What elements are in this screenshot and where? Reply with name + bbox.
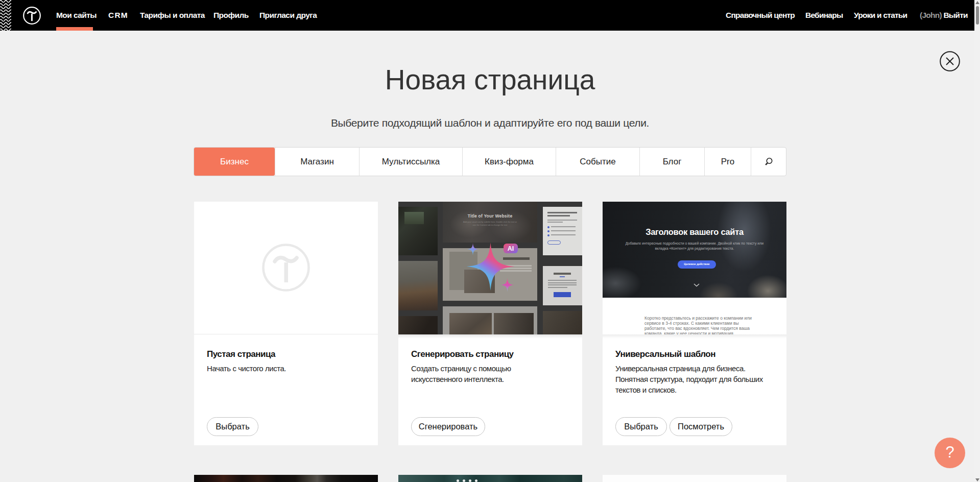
svg-text:AI: AI xyxy=(508,245,514,252)
